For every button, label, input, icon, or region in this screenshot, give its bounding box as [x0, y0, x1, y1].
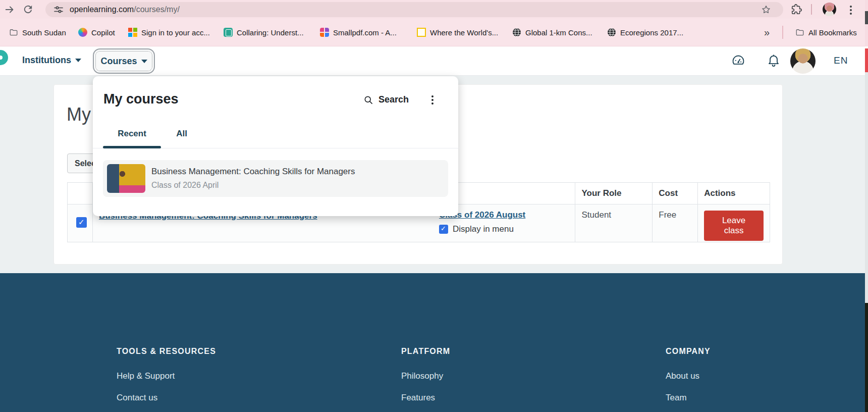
header-checkbox-cell	[68, 183, 92, 204]
bookmark-label: Global 1-km Cons...	[525, 28, 592, 37]
bookmarks-divider	[782, 26, 783, 39]
footer-col-company: COMPANY About us Team	[666, 347, 711, 412]
bookmark-label: Collaring: Underst...	[237, 28, 304, 37]
footer-heading: COMPANY	[666, 347, 711, 356]
copilot-icon	[78, 28, 87, 37]
row-role: Student	[575, 204, 652, 242]
tab-all[interactable]: All	[170, 129, 194, 139]
course-list-item[interactable]: Business Management: Coaching Skills for…	[103, 160, 448, 197]
bookmark-label: Copilot	[91, 28, 115, 37]
footer: TOOLS & RESOURCES Help & Support Contact…	[0, 273, 868, 412]
globe-icon	[512, 28, 521, 37]
browser-menu-icon[interactable]	[850, 6, 852, 15]
active-tab-underline	[103, 146, 161, 148]
browser-toolbar: openlearning.com/courses/my/	[0, 0, 868, 19]
footer-link-contact-us[interactable]: Contact us	[117, 393, 216, 403]
footer-link-team[interactable]: Team	[666, 393, 711, 403]
user-avatar[interactable]	[790, 48, 816, 74]
smallpdf-icon	[320, 28, 329, 37]
address-bar[interactable]: openlearning.com/courses/my/	[45, 2, 783, 17]
footer-link-features[interactable]: Features	[401, 393, 450, 403]
footer-heading: PLATFORM	[401, 347, 450, 356]
nav-courses-label: Courses	[100, 56, 137, 67]
browser-profile-avatar[interactable]	[823, 3, 836, 16]
bookmark-copilot[interactable]: Copilot	[78, 28, 115, 37]
bookmark-global-1km[interactable]: Global 1-km Cons...	[512, 28, 592, 37]
bookmark-collaring[interactable]: Collaring: Underst...	[224, 28, 304, 37]
bookmark-ecoregions[interactable]: Ecoregions 2017...	[607, 28, 683, 37]
bookmark-smallpdf[interactable]: Smallpdf.com - A...	[320, 28, 397, 37]
language-selector[interactable]: EN	[834, 55, 848, 66]
bookmark-label: Ecoregions 2017...	[620, 28, 683, 37]
bookmark-south-sudan[interactable]: South Sudan	[9, 28, 66, 37]
chevron-down-icon	[75, 59, 81, 62]
yellow-doc-icon	[417, 28, 426, 37]
leave-class-button[interactable]: Leave class	[704, 211, 764, 241]
language-label: EN	[834, 55, 848, 66]
page-title: My	[67, 104, 91, 125]
site-settings-icon[interactable]	[53, 5, 64, 15]
header-actions: Actions	[697, 183, 770, 204]
all-bookmarks-label: All Bookmarks	[808, 28, 857, 37]
bookmarks-overflow-chevron[interactable]: »	[764, 27, 770, 38]
nav-institutions-label: Institutions	[22, 55, 71, 66]
bookmark-star-icon[interactable]	[761, 5, 771, 15]
row-cost: Free	[652, 204, 697, 242]
reload-icon[interactable]	[22, 4, 34, 15]
search-label: Search	[378, 94, 409, 105]
scrollbar-thumb[interactable]	[865, 48, 868, 72]
bookmark-label: Sign in to your acc...	[141, 28, 210, 37]
microsoft-icon	[128, 28, 137, 37]
bookmark-label: Where the World's...	[430, 28, 498, 37]
footer-link-help-support[interactable]: Help & Support	[117, 371, 216, 381]
folder-icon	[9, 28, 18, 37]
course-item-title: Business Management: Coaching Skills for…	[151, 167, 355, 177]
footer-link-about-us[interactable]: About us	[666, 371, 711, 381]
dashboard-icon[interactable]	[731, 54, 745, 68]
edge-strip-dark-block	[865, 11, 868, 24]
course-item-subtitle: Class of 2026 April	[151, 181, 219, 190]
bookmark-sign-in[interactable]: Sign in to your acc...	[128, 28, 210, 37]
globe-icon	[607, 28, 616, 37]
row-actions-cell: Leave class	[697, 204, 770, 242]
bookmark-where-worlds[interactable]: Where the World's...	[417, 28, 498, 37]
tab-recent[interactable]: Recent	[103, 129, 161, 139]
nav-institutions[interactable]: Institutions	[22, 55, 81, 66]
notifications-bell-icon[interactable]	[767, 54, 781, 68]
url-domain: openlearning.com	[70, 5, 134, 14]
toolbar-divider	[811, 4, 812, 15]
course-thumbnail	[107, 164, 145, 193]
header-your-role: Your Role	[575, 183, 652, 204]
url-path: /courses/my/	[134, 5, 180, 14]
folder-icon	[795, 28, 804, 37]
bookmarks-bar: South Sudan Copilot Sign in to your acc.…	[0, 19, 868, 46]
footer-col-platform: PLATFORM Philosophy Features	[401, 347, 450, 412]
dropdown-title: My courses	[103, 91, 179, 107]
bookmark-label: Smallpdf.com - A...	[333, 28, 397, 37]
nav-courses[interactable]: Courses	[93, 48, 155, 74]
my-courses-dropdown: My courses Search Recent All Business Ma…	[93, 76, 458, 216]
header-cost: Cost	[652, 183, 697, 204]
row-checkbox-cell	[68, 204, 92, 242]
search-button[interactable]: Search	[363, 94, 409, 105]
dropdown-menu-icon[interactable]	[431, 95, 433, 105]
extensions-icon[interactable]	[791, 4, 802, 15]
bookmark-label: South Sudan	[22, 28, 66, 37]
footer-col-tools: TOOLS & RESOURCES Help & Support Contact…	[117, 347, 216, 412]
chevron-glyph: »	[764, 27, 770, 38]
edge-strip-bottom	[865, 303, 868, 412]
search-icon	[363, 95, 373, 105]
row-checkbox[interactable]	[76, 217, 87, 228]
all-bookmarks-button[interactable]: All Bookmarks	[795, 28, 857, 37]
footer-heading: TOOLS & RESOURCES	[117, 347, 216, 356]
chevron-down-icon	[141, 60, 147, 63]
url-text[interactable]: openlearning.com/courses/my/	[70, 5, 180, 14]
display-in-menu-checkbox[interactable]	[439, 225, 448, 234]
footer-link-philosophy[interactable]: Philosophy	[401, 371, 450, 381]
forward-icon[interactable]	[4, 4, 15, 15]
collaring-icon	[224, 28, 233, 37]
scrollbar-track[interactable]	[865, 72, 868, 303]
display-in-menu-label: Display in menu	[453, 224, 514, 234]
